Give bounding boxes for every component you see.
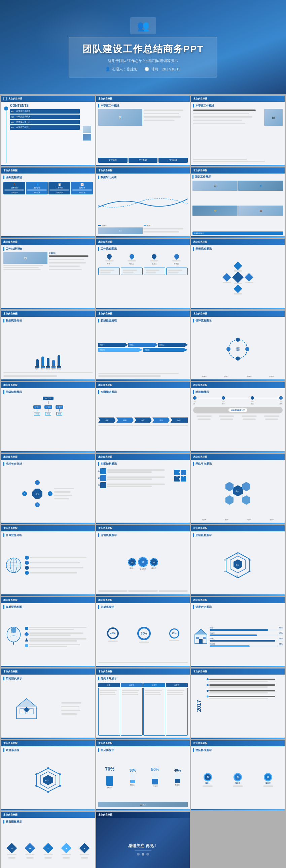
slide-25: 术业多当杯报 架构层次展示 [1, 669, 95, 739]
slide-27: 术业多当杯报 2017 [191, 669, 285, 739]
slide-32: 术业多当杯报 感谢关注 再见！ [96, 812, 190, 868]
slide-7: 术业多当杯报 工作总结详情 📊 决策路径 [1, 239, 95, 309]
slide-20: 术业多当杯报 运营机制展示 ⚙ 模块一 ⚙ 核心模块 ⚙ 模块三 [96, 525, 190, 596]
slide-10: 术业多当杯报 数据统计分析 项目一 项目二 项目三 [1, 311, 95, 381]
svg-point-55 [47, 767, 49, 769]
svg-marker-14 [225, 482, 234, 491]
svg-marker-17 [242, 495, 250, 505]
slide-2: 术业多当杯报 本季度工作概述 📊 文字标题 文字标题 文字标题 [96, 96, 190, 166]
year-label: 2017 [196, 700, 202, 712]
svg-text:核心: 核心 [235, 490, 239, 492]
slide-1: 术业多当杯报 👥 CONTENTS 01本季度工作概述 02本季度完成情况 03… [1, 96, 95, 166]
slide-16: 术业多当杯报 流程节点分析 核心 ① ② ③ ④ [1, 454, 95, 524]
svg-rect-7 [174, 476, 180, 482]
svg-point-11 [176, 474, 178, 476]
slides-grid: 术业多当杯报 👥 CONTENTS 01本季度工作概述 02本季度完成情况 03… [0, 94, 286, 868]
svg-marker-50 [16, 699, 37, 707]
svg-rect-8 [181, 476, 186, 482]
contents-list: 01本季度工作概述 02本季度完成情况 03本季度工作不足 04本季度工作计划 [10, 109, 80, 130]
cover-author: 👤 汇报人：张建俭 [105, 67, 138, 72]
svg-point-60 [35, 773, 37, 775]
svg-marker-15 [242, 482, 250, 491]
svg-point-56 [59, 773, 61, 775]
svg-text:标题: 标题 [235, 553, 238, 555]
svg-point-58 [47, 791, 49, 793]
svg-text:标题: 标题 [235, 575, 238, 577]
svg-marker-49 [24, 707, 30, 712]
slide-18: 术业多当杯报 网络节点展示 核心 [191, 454, 285, 524]
slide-3-header: 术业多当杯报 [193, 97, 207, 100]
slide-2-header: 术业多当杯报 [98, 97, 112, 100]
slide-21: 术业多当杯报 层级嵌套展示 核心 标题 标题 标题 标题 [191, 525, 285, 596]
cover-icon: 👥 [130, 17, 156, 34]
slide-28: 术业多当杯报 六边形流程 核心 [1, 740, 95, 811]
slide-24: 术业多当杯报 进度对比展示 [191, 597, 285, 668]
slide-header-icon [3, 97, 7, 100]
slide-11: 术业多当杯报 阶段推进流程 阶段一 阶段二 阶段三 阶段四 阶段五 [96, 311, 190, 381]
svg-point-12 [182, 474, 184, 476]
thankyou-title: 感谢关注 再见！ [128, 843, 157, 849]
cover-title: 团队建设工作总结商务PPT [82, 43, 204, 56]
svg-text:核心: 核心 [236, 564, 239, 566]
slide-17: 术业多当杯报 拼图结构展示 1 2 [96, 454, 190, 524]
svg-rect-5 [174, 470, 180, 475]
svg-text:核心: 核心 [45, 779, 48, 781]
slide-26: 术业多当杯报 分类卡片展示 标签一 标签二 [96, 669, 190, 739]
svg-rect-44 [196, 637, 199, 639]
svg-text:标题: 标题 [223, 570, 226, 572]
contents-title: CONTENTS [10, 104, 80, 107]
svg-text:标题: 标题 [248, 570, 251, 572]
slide-31: 术业多当杯报 钻石图标展示 ★ ◆ ● [1, 812, 95, 868]
slide-6: 术业多当杯报 团队工作展示 📸 👥 🤝 💼 关键数据展示 [191, 167, 285, 238]
slide-13: 术业多当杯报 层级结构展示 核心节点 分支一 子项 分支二 [1, 382, 95, 453]
slide-9: 术业多当杯报 菱形流程展示 [191, 239, 285, 309]
cover-date: 🕐 时间：2017/10/18 [144, 67, 180, 72]
svg-text:标题: 标题 [248, 559, 251, 561]
slide-15: 术业多当杯报 时间轴展示 第一 第二 [191, 382, 285, 453]
svg-rect-45 [203, 637, 206, 639]
slide-23: 术业多当杯报 完成率统计 45% 70% [96, 597, 190, 668]
slide-29: 术业多当杯报 百分比统计 70% 数据一 30% [96, 740, 190, 811]
svg-marker-16 [225, 495, 234, 505]
slide-8: 术业多当杯报 工作流程图示 节点一 节点二 节点三 [96, 239, 190, 309]
svg-point-9 [179, 471, 181, 473]
slide-12: 术业多当杯报 循环流程图示 循环流程 [191, 311, 285, 381]
slide-3: 术业多当杯报 本季度工作概述 📷 [191, 96, 285, 166]
svg-point-57 [59, 785, 61, 787]
slide-22: 术业多当杯报 辐射型结构图 [1, 597, 95, 668]
svg-rect-6 [181, 470, 186, 475]
slide-19: 术业多当杯报 全球业务分析 ✓ [1, 525, 95, 596]
cover-subtitle: 适用于团队/工作总结/业绩汇报/培训等演示 [82, 58, 204, 63]
cover-slide: 👥 团队建设工作总结商务PPT 适用于团队/工作总结/业绩汇报/培训等演示 👤 … [0, 0, 286, 94]
slide-1-header: 术业多当杯报 [8, 97, 22, 100]
slide-5: 术业多当杯报 数据对比分析 数据一 数据二 图片 [96, 167, 190, 238]
slide-30: 术业多当杯报 团队协作展示 ⚙ 项目一 ⚙ 项目二 ⚙ 项目三 [191, 740, 285, 811]
svg-point-59 [35, 785, 37, 787]
slide-14: 术业多当杯报 步骤推进展示 分析 规划 执行 评估 改进 [96, 382, 190, 453]
slide-4: 术业多当杯报 业务流程概述 📱 业务模块 说明文字 👥 团队管理 说明文字 [1, 167, 95, 238]
svg-marker-42 [195, 629, 207, 634]
svg-rect-43 [199, 639, 203, 644]
svg-text:标题: 标题 [223, 559, 226, 561]
svg-point-10 [179, 478, 181, 480]
